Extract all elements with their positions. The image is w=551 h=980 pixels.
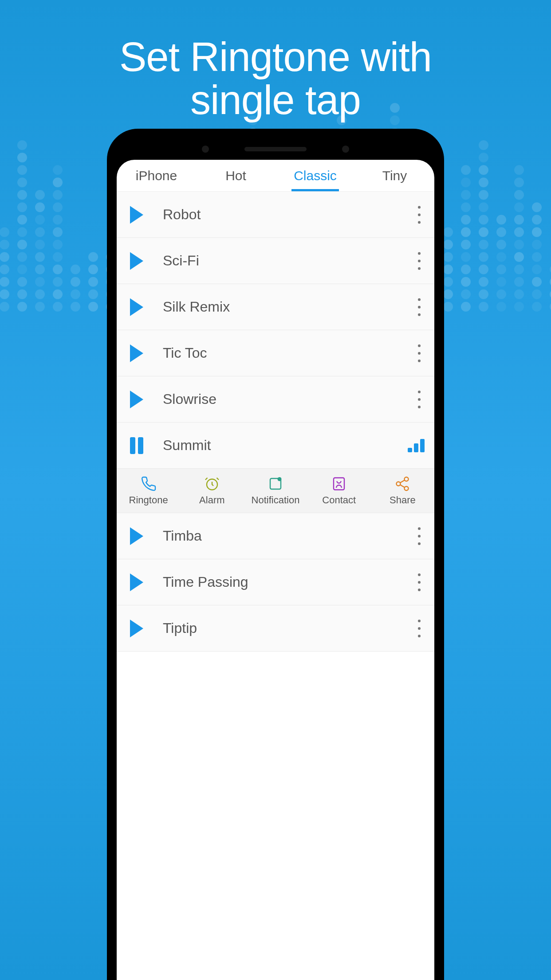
more-icon[interactable] (414, 620, 425, 637)
action-label: Alarm (199, 494, 224, 506)
tab-iphone[interactable]: iPhone (117, 160, 196, 191)
play-icon[interactable] (130, 298, 143, 316)
ringtone-title: Time Passing (163, 574, 414, 590)
phone-frame: iPhone Hot Classic Tiny Robot Sci-Fi Sil… (107, 129, 444, 980)
camera-dot (342, 146, 349, 153)
ringtone-title: Timba (163, 528, 414, 544)
action-share[interactable]: Share (371, 469, 434, 513)
action-label: Ringtone (129, 494, 168, 506)
ringtone-row[interactable]: Timba (117, 513, 434, 559)
sensor-dot (202, 146, 209, 153)
play-icon[interactable] (130, 206, 143, 224)
equalizer-icon (408, 439, 425, 452)
headline-line1: Set Ringtone with (119, 34, 432, 79)
more-icon[interactable] (414, 206, 425, 224)
ringtone-row[interactable]: Tiptip (117, 605, 434, 652)
clock-icon (204, 476, 220, 492)
more-icon[interactable] (414, 391, 425, 408)
action-label: Contact (322, 494, 356, 506)
ringtone-title: Slowrise (163, 391, 414, 407)
svg-point-4 (405, 477, 409, 481)
ringtone-list: Robot Sci-Fi Silk Remix Tic Toc Slowrise (117, 192, 434, 652)
more-icon[interactable] (414, 527, 425, 545)
ringtone-title: Robot (163, 206, 414, 223)
ringtone-title: Tic Toc (163, 345, 414, 361)
more-icon[interactable] (414, 252, 425, 270)
more-icon[interactable] (414, 344, 425, 362)
set-as-actions: Ringtone Alarm Notification Contact Shar… (117, 469, 434, 513)
ringtone-title: Summit (163, 437, 408, 454)
action-label: Notification (252, 494, 300, 506)
play-icon[interactable] (130, 527, 143, 545)
action-ringtone[interactable]: Ringtone (117, 469, 180, 513)
ringtone-row[interactable]: Slowrise (117, 376, 434, 423)
action-alarm[interactable]: Alarm (180, 469, 244, 513)
play-icon[interactable] (130, 391, 143, 408)
more-icon[interactable] (414, 298, 425, 316)
phone-icon (141, 476, 157, 492)
more-icon[interactable] (414, 573, 425, 591)
action-contact[interactable]: Contact (307, 469, 371, 513)
promo-headline: Set Ringtone with single tap (0, 0, 551, 121)
play-icon[interactable] (130, 344, 143, 362)
ringtone-title: Silk Remix (163, 299, 414, 315)
phone-screen: iPhone Hot Classic Tiny Robot Sci-Fi Sil… (117, 160, 434, 980)
ringtone-row[interactable]: Silk Remix (117, 284, 434, 330)
contact-icon (331, 476, 347, 492)
svg-rect-3 (334, 478, 344, 490)
ringtone-row-playing[interactable]: Summit (117, 423, 434, 469)
ringtone-row[interactable]: Tic Toc (117, 330, 434, 376)
svg-point-5 (397, 482, 401, 486)
ringtone-title: Sci-Fi (163, 253, 414, 269)
svg-point-2 (278, 477, 282, 481)
play-icon[interactable] (130, 573, 143, 591)
speaker-grille (244, 147, 307, 151)
action-label: Share (390, 494, 416, 506)
pause-icon[interactable] (130, 437, 143, 454)
play-icon[interactable] (130, 620, 143, 637)
tab-classic[interactable]: Classic (276, 160, 355, 191)
note-icon (268, 476, 283, 492)
tab-hot[interactable]: Hot (196, 160, 276, 191)
ringtone-row[interactable]: Time Passing (117, 559, 434, 605)
play-icon[interactable] (130, 252, 143, 270)
svg-point-6 (405, 486, 409, 490)
category-tabs: iPhone Hot Classic Tiny (117, 160, 434, 192)
ringtone-row[interactable]: Robot (117, 192, 434, 238)
action-notification[interactable]: Notification (244, 469, 307, 513)
headline-line2: single tap (190, 77, 361, 122)
ringtone-title: Tiptip (163, 620, 414, 636)
share-icon (394, 476, 410, 492)
phone-notch (117, 138, 434, 160)
tab-tiny[interactable]: Tiny (355, 160, 434, 191)
ringtone-row[interactable]: Sci-Fi (117, 238, 434, 284)
